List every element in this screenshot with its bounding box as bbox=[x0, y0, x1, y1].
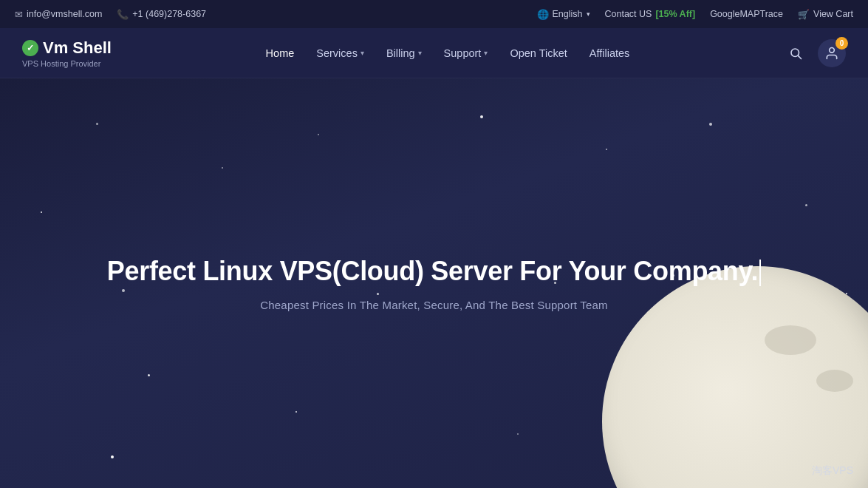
contact-us-text: Contact US bbox=[605, 9, 652, 19]
view-cart-text: View Cart bbox=[813, 9, 853, 19]
language-chevron: ▾ bbox=[587, 10, 590, 18]
google-map-link[interactable]: GoogleMAPTrace bbox=[710, 9, 783, 19]
cursor-blink bbox=[759, 260, 761, 286]
support-chevron: ▾ bbox=[484, 49, 488, 57]
star-decoration bbox=[480, 115, 483, 118]
nav-affiliates[interactable]: Affiliates bbox=[581, 41, 639, 65]
star-decoration bbox=[111, 455, 114, 458]
cart-icon: 🛒 bbox=[798, 9, 810, 20]
services-chevron: ▾ bbox=[360, 49, 364, 57]
logo-text: Vm Shell bbox=[43, 38, 112, 58]
nav-home[interactable]: Home bbox=[257, 41, 304, 65]
cart-count-badge: 0 bbox=[835, 37, 848, 50]
nav-open-ticket[interactable]: Open Ticket bbox=[501, 41, 575, 65]
star-decoration bbox=[709, 123, 712, 126]
contact-us-link[interactable]: Contact US [15% Aff] bbox=[605, 9, 696, 19]
hero-section: Perfect Linux VPS(Cloud) Server For Your… bbox=[0, 78, 868, 488]
top-bar-right: 🌐 English ▾ Contact US [15% Aff] GoogleM… bbox=[537, 9, 854, 20]
main-nav: ✓ Vm Shell VPS Hosting Provider Home Ser… bbox=[0, 28, 868, 78]
star-decoration bbox=[805, 204, 807, 206]
svg-point-2 bbox=[830, 47, 835, 52]
hero-subtitle: Cheapest Prices In The Market, Secure, A… bbox=[107, 299, 761, 311]
globe-icon: 🌐 bbox=[537, 9, 549, 20]
hero-content: Perfect Linux VPS(Cloud) Server For Your… bbox=[107, 255, 761, 311]
star-decoration bbox=[295, 411, 297, 413]
watermark-text: 淘客VPS bbox=[812, 464, 853, 478]
google-map-text: GoogleMAPTrace bbox=[710, 9, 783, 19]
nav-billing[interactable]: Billing ▾ bbox=[377, 41, 431, 65]
user-account-button[interactable]: 0 bbox=[818, 39, 846, 67]
top-bar-left: ✉ info@vmshell.com 📞 +1 (469)278-6367 bbox=[15, 9, 206, 20]
nav-links: Home Services ▾ Billing ▾ Support ▾ Open… bbox=[257, 41, 639, 65]
top-bar: ✉ info@vmshell.com 📞 +1 (469)278-6367 🌐 … bbox=[0, 0, 868, 28]
logo-tagline: VPS Hosting Provider bbox=[22, 59, 112, 68]
star-decoration bbox=[96, 123, 98, 125]
moon-crater-2 bbox=[816, 370, 853, 392]
billing-chevron: ▾ bbox=[418, 49, 422, 57]
star-decoration bbox=[846, 293, 847, 294]
hero-title: Perfect Linux VPS(Cloud) Server For Your… bbox=[107, 255, 761, 287]
star-decoration bbox=[41, 211, 42, 213]
star-decoration bbox=[606, 149, 607, 150]
svg-line-1 bbox=[798, 55, 801, 58]
logo-name: ✓ Vm Shell bbox=[22, 38, 112, 58]
email-item[interactable]: ✉ info@vmshell.com bbox=[15, 9, 102, 20]
language-selector[interactable]: 🌐 English ▾ bbox=[537, 9, 590, 20]
language-text: English bbox=[553, 9, 583, 19]
phone-item[interactable]: 📞 +1 (469)278-6367 bbox=[117, 9, 206, 20]
phone-icon: 📞 bbox=[117, 9, 129, 20]
nav-services[interactable]: Services ▾ bbox=[307, 41, 373, 65]
nav-support[interactable]: Support ▾ bbox=[435, 41, 497, 65]
search-button[interactable] bbox=[784, 41, 807, 65]
star-decoration bbox=[517, 433, 519, 435]
logo-check-icon: ✓ bbox=[22, 40, 38, 56]
aff-badge: [15% Aff] bbox=[655, 9, 695, 19]
star-decoration bbox=[222, 167, 223, 169]
email-text: info@vmshell.com bbox=[27, 9, 102, 19]
nav-actions: 0 bbox=[784, 39, 846, 67]
moon-crater-1 bbox=[765, 325, 816, 355]
email-icon: ✉ bbox=[15, 9, 23, 20]
star-decoration bbox=[148, 374, 150, 376]
logo[interactable]: ✓ Vm Shell VPS Hosting Provider bbox=[22, 38, 112, 68]
phone-text: +1 (469)278-6367 bbox=[132, 9, 206, 19]
star-decoration bbox=[318, 134, 319, 135]
view-cart-link[interactable]: 🛒 View Cart bbox=[798, 9, 853, 20]
